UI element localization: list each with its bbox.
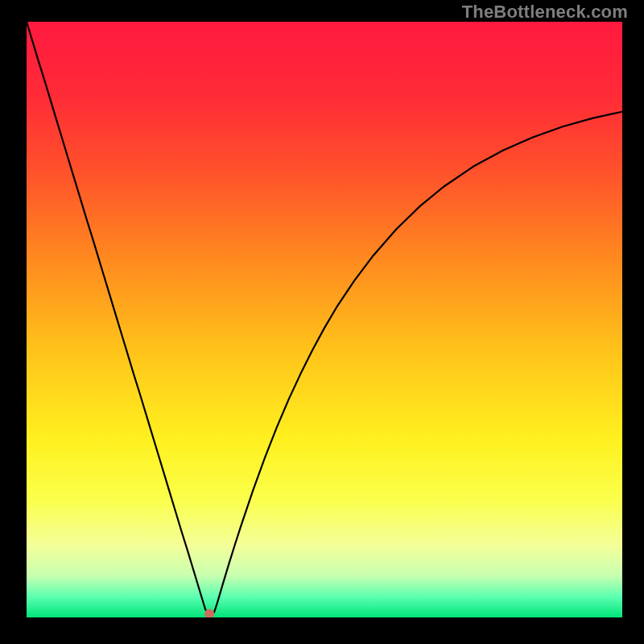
gradient-background <box>27 22 622 617</box>
plot-area <box>27 22 622 617</box>
watermark-text: TheBottleneck.com <box>462 2 628 23</box>
plot-svg <box>27 22 622 617</box>
chart-frame: TheBottleneck.com <box>0 0 644 644</box>
